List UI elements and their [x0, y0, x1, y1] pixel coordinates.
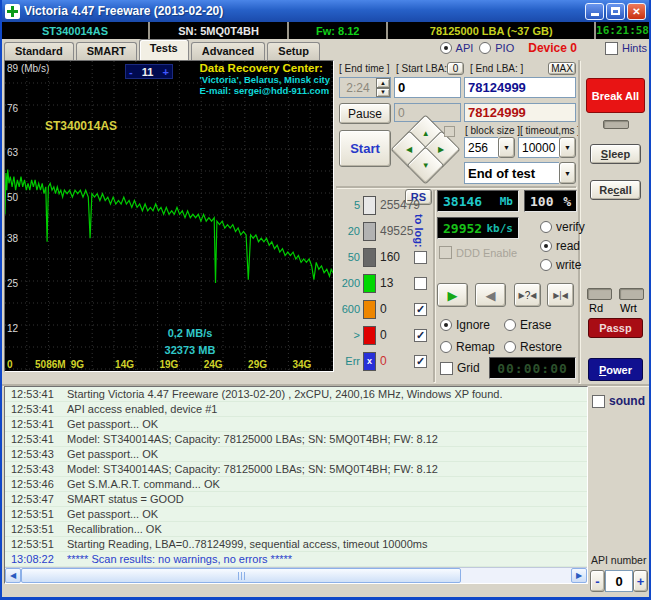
bench-log-checkbox[interactable] — [414, 251, 427, 264]
log-rows: 12:53:41Starting Victoria 4.47 Freeware … — [5, 387, 587, 567]
hints-checkbox[interactable]: Hints — [605, 42, 647, 55]
seek-question-button[interactable]: ▶?◀ — [514, 283, 541, 307]
close-icon: ✕ — [632, 6, 640, 17]
sleep-button[interactable]: Sleep — [590, 144, 641, 164]
x-axis-tick: 5086M — [35, 359, 66, 370]
tab-tests[interactable]: Tests — [139, 39, 189, 60]
close-button[interactable]: ✕ — [627, 3, 646, 20]
scale-minus-button[interactable]: - — [129, 66, 133, 78]
percent-display: 100 % — [524, 190, 577, 212]
percent-unit: % — [563, 194, 571, 209]
api-minus-button[interactable]: - — [590, 570, 605, 592]
start-lba-input[interactable]: 0 — [394, 77, 461, 98]
bench-log-checkbox[interactable]: ✓ — [414, 355, 427, 368]
title-bar: Victoria 4.47 Freeware (2013-02-20) ✕ — [2, 0, 649, 22]
grid-checkbox[interactable]: Grid — [440, 361, 480, 375]
pad-option-checkbox[interactable] — [444, 126, 455, 137]
bench-log-checkbox[interactable]: ✓ — [414, 303, 427, 316]
radio-erase[interactable]: Erase — [504, 316, 576, 334]
log-time: 13:08:22 — [5, 553, 57, 565]
bench-count: 255479 — [380, 198, 420, 212]
tab-smart[interactable]: SMART — [76, 42, 137, 60]
log-entry: 12:53:46Get S.M.A.R.T. command... OK — [5, 477, 587, 492]
graph-scale-control: - 11 + — [125, 64, 173, 79]
x-axis-tick: 19G — [159, 359, 178, 370]
hints-label: Hints — [622, 42, 647, 54]
log-text: Get passport... OK — [57, 418, 158, 430]
data-recovery-banner: Data Recovery Center: 'Victoria', Belaru… — [199, 63, 330, 96]
end-action-select[interactable]: End of test ▼ — [464, 162, 576, 184]
timeout-select[interactable]: 10000 ▼ — [518, 137, 576, 158]
spin-up-icon: ▲ — [376, 78, 390, 88]
end-time-label: [ End time ] — [339, 63, 390, 74]
bench-count: 13 — [380, 276, 393, 290]
bench-log-checkbox[interactable] — [414, 277, 427, 290]
tab-standard[interactable]: Standard — [4, 42, 74, 60]
log-text: Starting Victoria 4.47 Freeware (2013-02… — [57, 388, 503, 400]
wrt-led — [619, 288, 644, 300]
window-title: Victoria 4.47 Freeware (2013-02-20) — [24, 4, 583, 18]
scale-plus-button[interactable]: + — [163, 66, 169, 78]
log-horizontal-scrollbar[interactable]: ◀ ▶ — [5, 567, 587, 583]
start-button[interactable]: Start — [339, 130, 391, 167]
log-time: 12:53:51 — [5, 508, 57, 520]
x-axis-tick: 24G — [204, 359, 223, 370]
radio-ignore[interactable]: Ignore — [440, 316, 504, 334]
drc-line3: E-mail: sergei@hdd-911.com — [199, 85, 330, 96]
grid-label: Grid — [457, 361, 480, 375]
radio-api[interactable]: API — [440, 42, 474, 54]
scroll-left-button[interactable]: ◀ — [5, 568, 21, 583]
pause-button[interactable]: Pause — [339, 103, 391, 124]
log-entry: 12:53:47SMART status = GOOD — [5, 492, 587, 507]
scroll-thumb[interactable] — [21, 568, 461, 583]
log-text: Model: ST340014AS; Capacity: 78125000 LB… — [57, 463, 438, 475]
y-axis-tick: 38 — [7, 233, 18, 244]
erase-label: Erase — [520, 318, 551, 332]
log-entry: 12:53:43Model: ST340014AS; Capacity: 781… — [5, 462, 587, 477]
drc-line1: Data Recovery Center: — [199, 63, 330, 74]
passp-button[interactable]: Passp — [588, 318, 643, 338]
max-lba-button[interactable]: MAX — [548, 62, 576, 75]
radio-restore[interactable]: Restore — [504, 338, 576, 356]
recall-button[interactable]: Recall — [590, 180, 641, 200]
radio-pio[interactable]: PIO — [479, 42, 514, 54]
break-all-button[interactable]: Break All — [586, 78, 645, 113]
radio-read[interactable]: read — [540, 239, 585, 253]
step-back-button[interactable]: ◀ — [475, 283, 506, 307]
x-axis-tick: 14G — [115, 359, 134, 370]
play-button[interactable]: ▶ — [437, 283, 468, 307]
tab-setup[interactable]: Setup — [267, 42, 320, 60]
restore-label: Restore — [520, 340, 562, 354]
zero-lba-button[interactable]: 0 — [447, 62, 464, 75]
block-size-select[interactable]: 256 ▼ — [464, 137, 515, 158]
maximize-button[interactable] — [606, 3, 625, 20]
end-lba-input[interactable]: 78124999 — [464, 77, 576, 98]
bench-color-swatch — [363, 222, 376, 241]
scroll-track[interactable] — [461, 568, 571, 583]
ddd-enable-checkbox[interactable]: DDD Enable — [439, 246, 517, 259]
read-radio-icon — [540, 240, 552, 252]
tab-advanced[interactable]: Advanced — [191, 42, 266, 60]
power-button[interactable]: Power — [588, 358, 643, 381]
ignore-label: Ignore — [456, 318, 490, 332]
end-time-spin-arrows[interactable]: ▲ ▼ — [376, 78, 390, 97]
drc-line2: 'Victoria', Belarus, Minsk city — [199, 74, 330, 85]
minimize-button[interactable] — [585, 3, 604, 20]
sound-checkbox[interactable]: sound — [592, 394, 645, 408]
bench-log-checkbox[interactable]: ✓ — [414, 329, 427, 342]
x-axis-tick: 0 — [7, 359, 13, 370]
seek-end-button[interactable]: ▶|◀ — [547, 283, 574, 307]
drive-model: ST340014AS — [2, 22, 150, 39]
scroll-right-button[interactable]: ▶ — [571, 568, 587, 583]
api-plus-button[interactable]: + — [633, 570, 648, 592]
log-entry: 12:53:51Starting Reading, LBA=0..7812499… — [5, 537, 587, 552]
log-text: Get S.M.A.R.T. command... OK — [57, 478, 220, 490]
radio-write[interactable]: write — [540, 258, 585, 272]
break-led — [603, 120, 629, 129]
radio-verify[interactable]: verify — [540, 220, 585, 234]
end-time-spinner[interactable]: 2:24 ▲ ▼ — [339, 77, 391, 98]
log-time: 12:53:51 — [5, 523, 57, 535]
radio-remap[interactable]: Remap — [440, 338, 504, 356]
bench-color-swatch: x — [363, 352, 376, 371]
y-axis-tick: 89 (Mb/s) — [7, 63, 49, 74]
